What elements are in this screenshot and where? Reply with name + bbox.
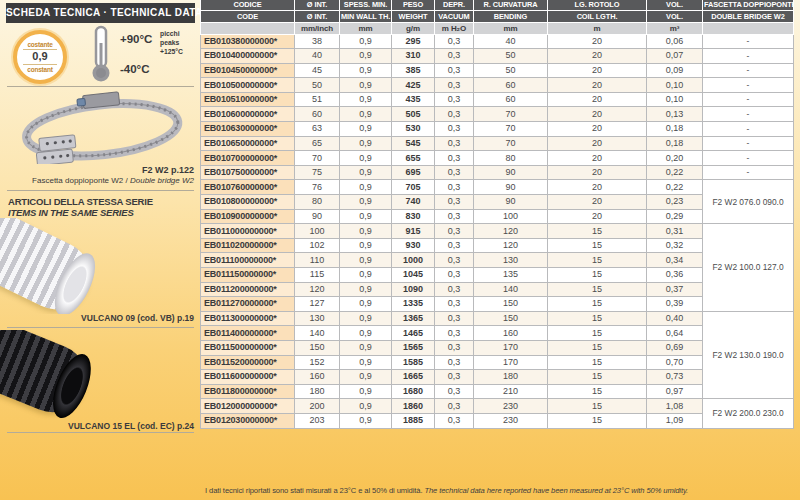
table-cell: F2 W2 200.0 230.0	[703, 399, 794, 428]
table-cell: 0,20	[647, 151, 703, 166]
table-cell: 0,3	[435, 370, 474, 385]
table-cell: 15	[548, 413, 647, 428]
table-cell: 140	[295, 326, 340, 341]
table-cell: -	[703, 63, 794, 78]
datasheet-page: SCHEDA TECNICA · TECHNICAL DATA costante…	[0, 0, 800, 500]
table-cell: 0,9	[340, 282, 392, 297]
table-row: EB010630000000*630,95300,370200,18-	[201, 122, 794, 137]
table-cell: 1465	[392, 326, 435, 341]
temperature-max: +90°C	[120, 33, 152, 45]
table-header-cell	[703, 22, 794, 34]
table-cell: 76	[295, 180, 340, 195]
table-cell: 40	[295, 49, 340, 64]
table-cell: 0,18	[647, 136, 703, 151]
table-cell: 0,37	[647, 282, 703, 297]
table-cell: EB011500000000*	[201, 340, 295, 355]
hose-end-cap	[45, 349, 98, 420]
table-cell: 1090	[392, 282, 435, 297]
table-cell: 100	[295, 224, 340, 239]
table-cell: EB011270000000*	[201, 297, 295, 312]
table-cell: 0,9	[340, 34, 392, 49]
table-cell: EB010450000000*	[201, 63, 295, 78]
table-cell: 1045	[392, 268, 435, 283]
table-cell: EB011100000000*	[201, 253, 295, 268]
table-cell: 545	[392, 136, 435, 151]
table-row: EB011300000000*1300,913650,3150150,40F2 …	[201, 311, 794, 326]
table-cell: 0,22	[647, 165, 703, 180]
table-cell: 915	[392, 224, 435, 239]
clamp-image	[10, 90, 190, 164]
table-cell: 60	[474, 78, 548, 93]
table-cell: EB011600000000*	[201, 370, 295, 385]
table-header-cell: VOL.	[647, 0, 703, 10]
table-cell: EB010500000000*	[201, 78, 295, 93]
table-row: EB010650000000*650,95450,370200,18-	[201, 136, 794, 151]
table-cell: F2 W2 076.0 090.0	[703, 180, 794, 224]
table-cell: 0,70	[647, 355, 703, 370]
constant-rating-badge: costante 0,9 constant	[13, 30, 67, 84]
sidebar: SCHEDA TECNICA · TECHNICAL DATA costante…	[0, 0, 200, 500]
table-cell: 0,3	[435, 107, 474, 122]
table-cell: 0,9	[340, 224, 392, 239]
table-cell: 1885	[392, 413, 435, 428]
table-cell: 0,07	[647, 49, 703, 64]
table-cell: 740	[392, 195, 435, 210]
table-cell: 20	[548, 92, 647, 107]
table-cell: 38	[295, 34, 340, 49]
table-row: EB010510000000*510,94350,360200,10-	[201, 92, 794, 107]
table-cell: 20	[548, 78, 647, 93]
table-cell: 20	[548, 122, 647, 137]
table-cell: 0,9	[340, 180, 392, 195]
table-cell: 15	[548, 399, 647, 414]
table-cell: 0,3	[435, 253, 474, 268]
table-cell: 0,10	[647, 92, 703, 107]
table-cell: 295	[392, 34, 435, 49]
table-cell: 0,73	[647, 370, 703, 385]
sidebar-divider	[7, 86, 194, 87]
series-item-vulcano-15: VULCANO 15 EL (cod. EC) p.24	[68, 421, 194, 431]
table-cell: -	[703, 122, 794, 137]
table-cell: 0,3	[435, 297, 474, 312]
table-cell: EB010700000000*	[201, 151, 295, 166]
clamp-caption-separator: /	[123, 176, 130, 185]
same-series-title-en: ITEMS IN THE SAME SERIES	[8, 207, 134, 218]
table-cell: 1860	[392, 399, 435, 414]
table-cell: 20	[548, 49, 647, 64]
table-cell: 0,9	[340, 326, 392, 341]
table-cell: EB011020000000*	[201, 238, 295, 253]
table-header-cell: LG. ROTOLO	[548, 0, 647, 10]
table-cell: 102	[295, 238, 340, 253]
table-cell: 15	[548, 340, 647, 355]
table-cell: 20	[548, 136, 647, 151]
table-cell: 60	[295, 107, 340, 122]
table-row: EB010450000000*450,93850,350200,09-	[201, 63, 794, 78]
table-cell: 1565	[392, 340, 435, 355]
table-cell: 15	[548, 370, 647, 385]
table-cell: 0,3	[435, 136, 474, 151]
table-cell: 0,09	[647, 63, 703, 78]
table-cell: 0,3	[435, 122, 474, 137]
table-header-cell: CODICE	[201, 0, 295, 10]
table-cell: 50	[295, 78, 340, 93]
table-cell: 120	[474, 238, 548, 253]
temperature-peaks: picchi peaks +125°C	[160, 29, 183, 57]
table-cell: 0,13	[647, 107, 703, 122]
table-cell: 170	[474, 355, 548, 370]
table-row: EB012000000000*2000,918600,3230151,08F2 …	[201, 399, 794, 414]
table-cell: -	[703, 34, 794, 49]
table-cell: 0,3	[435, 209, 474, 224]
clamp-caption-en: Double bridge W2	[130, 176, 194, 185]
table-cell: 150	[295, 340, 340, 355]
table-cell: 115	[295, 268, 340, 283]
table-cell: 0,3	[435, 384, 474, 399]
table-cell: 0,9	[340, 165, 392, 180]
table-cell: 80	[474, 151, 548, 166]
table-header-cell: mm	[474, 22, 548, 34]
table-header-cell: VOL.	[647, 10, 703, 22]
table-cell: 170	[474, 340, 548, 355]
table-cell: 160	[295, 370, 340, 385]
table-cell: 0,9	[340, 238, 392, 253]
table-cell: EB011800000000*	[201, 384, 295, 399]
table-cell: 385	[392, 63, 435, 78]
table-cell: 200	[295, 399, 340, 414]
